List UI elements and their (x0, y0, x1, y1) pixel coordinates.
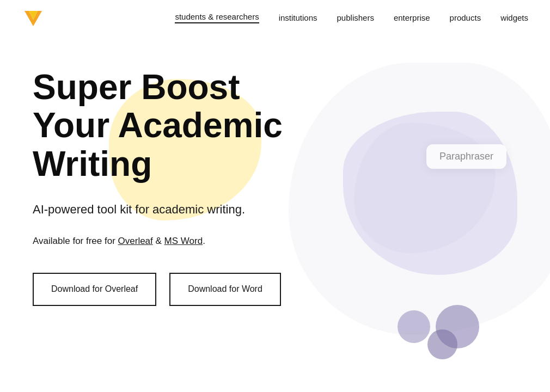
hero-title-line3: Writing (33, 144, 152, 183)
nav-products[interactable]: products (450, 13, 481, 22)
hero-title-line1: Super Boost (33, 68, 240, 107)
available-mid: & (153, 236, 164, 246)
paraphraser-card: Paraphraser (426, 144, 506, 169)
nav-institutions[interactable]: institutions (279, 13, 317, 22)
nav-students-researchers[interactable]: students & researchers (175, 12, 259, 23)
hero-section: Super Boost Your Academic Writing AI-pow… (33, 68, 316, 306)
bg-blob-dark2 (398, 310, 430, 343)
nav-widgets[interactable]: widgets (500, 13, 528, 22)
cta-buttons: Download for Overleaf Download for Word (33, 273, 316, 306)
nav-publishers[interactable]: publishers (337, 13, 374, 22)
available-post: . (203, 236, 205, 246)
available-text: Available for free for Overleaf & MS Wor… (33, 236, 316, 247)
logo[interactable] (22, 7, 45, 29)
hero-subtitle: AI-powered tool kit for academic writing… (33, 200, 316, 218)
main-content: Paraphraser Super Boost Your Academic Wr… (0, 35, 550, 392)
hero-title: Super Boost Your Academic Writing (33, 68, 316, 183)
download-word-button[interactable]: Download for Word (169, 273, 281, 306)
main-nav: students & researchers institutions publ… (175, 12, 528, 23)
bg-blob-dark3 (427, 329, 457, 359)
overleaf-link[interactable]: Overleaf (118, 236, 153, 246)
hero-title-line2: Your Academic (33, 106, 283, 145)
paraphraser-label: Paraphraser (439, 151, 493, 162)
download-overleaf-button[interactable]: Download for Overleaf (33, 273, 156, 306)
msword-link[interactable]: MS Word (164, 236, 203, 246)
nav-enterprise[interactable]: enterprise (394, 13, 430, 22)
available-pre: Available for free for (33, 236, 118, 246)
header: students & researchers institutions publ… (0, 0, 550, 35)
logo-icon (22, 7, 45, 29)
